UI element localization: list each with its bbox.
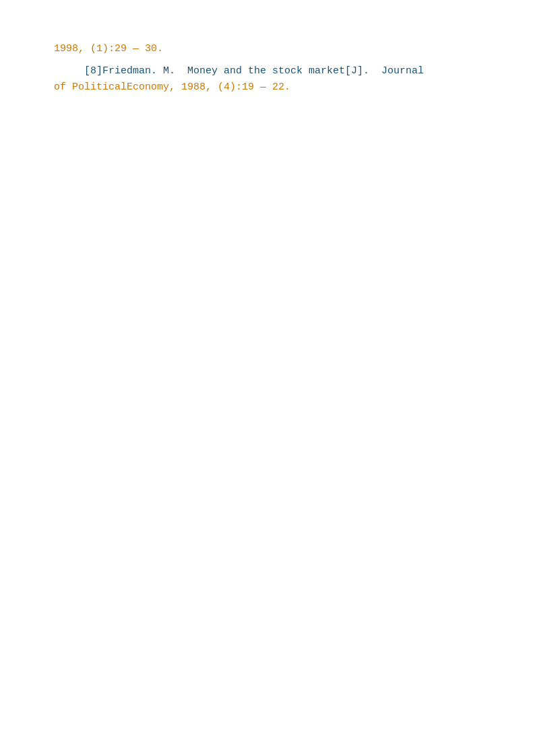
ref8-indent xyxy=(54,65,84,77)
reference-7-continuation: 1998, (1):29 — 30. xyxy=(54,40,481,58)
ref7-continuation-text: 1998, (1):29 — 30. xyxy=(54,43,163,55)
reference-8: [8]Friedman. M. Money and the stock mark… xyxy=(54,63,481,96)
ref8-journal-label: Journal xyxy=(381,65,424,77)
ref8-line1: [8]Friedman. M. Money and the stock mark… xyxy=(54,63,481,79)
page-content: 1998, (1):29 — 30. [8]Friedman. M. Money… xyxy=(0,0,535,756)
ref8-number: [8] xyxy=(84,65,102,77)
ref8-author: Friedman. M. Money and the stock market[… xyxy=(102,65,381,77)
ref8-line2: of PoliticalEconomy, 1988, (4):19 — 22. xyxy=(54,79,481,96)
ref8-journal-details: of PoliticalEconomy, 1988, (4):19 — 22. xyxy=(54,81,290,93)
